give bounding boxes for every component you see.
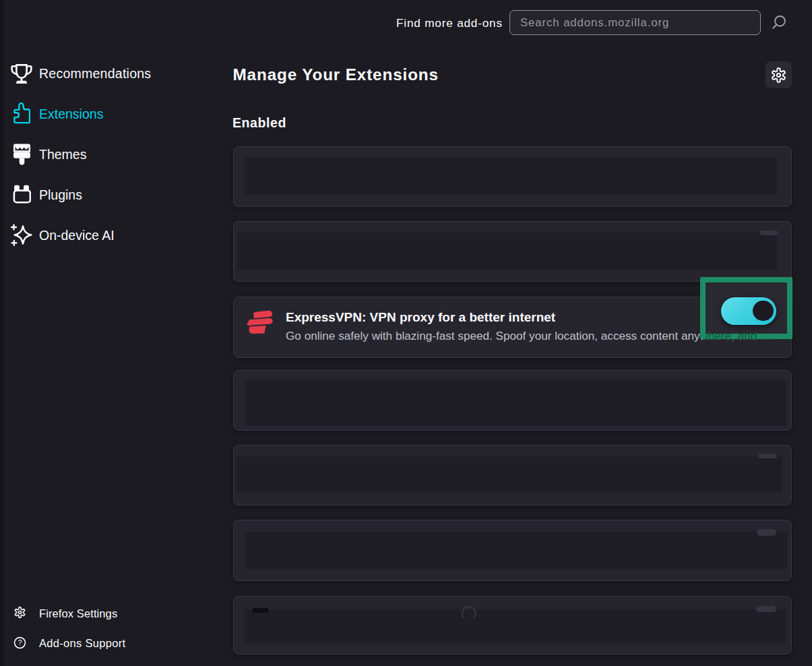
svg-text:?: ?	[18, 638, 22, 646]
